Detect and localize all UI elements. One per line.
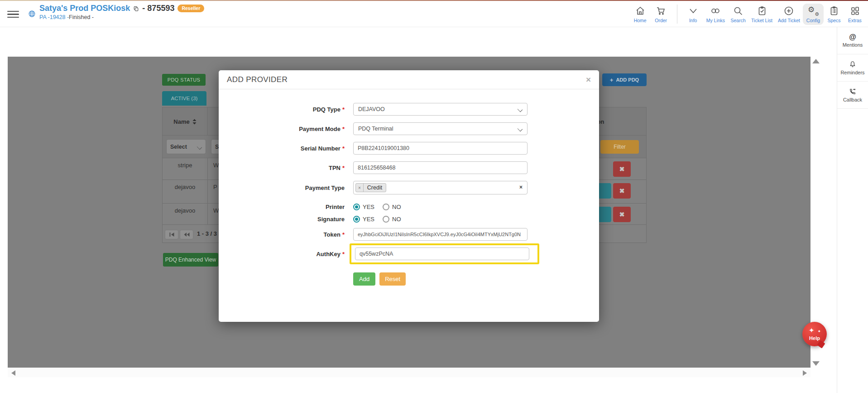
clear-all-icon[interactable]: ×	[519, 184, 523, 190]
printer-yes-radio[interactable]: YES	[353, 204, 374, 210]
sidebar-item-callback[interactable]: Callback	[837, 82, 868, 109]
tpn-input[interactable]	[353, 161, 528, 174]
pdq-status-button[interactable]: PDQ STATUS	[162, 74, 206, 86]
account-number: - 875593	[142, 4, 174, 13]
prev-page-button[interactable]	[180, 230, 193, 239]
delete-row-button[interactable]: ✖	[613, 207, 631, 222]
clipboard-list-icon	[829, 5, 839, 16]
clipboard-check-icon	[757, 5, 767, 16]
scroll-right-arrow[interactable]	[803, 370, 807, 376]
home-icon	[635, 5, 646, 16]
column-header-name[interactable]: Name	[163, 107, 208, 136]
delete-row-button[interactable]: ✖	[613, 183, 631, 199]
help-button[interactable]: ✦ ✦ Help	[802, 322, 827, 346]
scroll-down-arrow[interactable]	[812, 361, 820, 366]
nav-order[interactable]: Order	[651, 4, 671, 25]
account-title-link[interactable]: Satya's Prod POSKiosk	[39, 4, 130, 13]
reset-button[interactable]: Reset	[379, 272, 406, 286]
token-input[interactable]	[353, 228, 528, 241]
status-text: Finished -	[69, 14, 94, 20]
first-page-button[interactable]	[165, 230, 178, 239]
plus-icon: +	[610, 77, 614, 83]
hamburger-menu-icon[interactable]	[7, 9, 19, 18]
sort-icon	[192, 119, 197, 125]
brand-block: Satya's Prod POSKiosk - 875593 Reseller …	[28, 4, 204, 20]
scroll-left-arrow[interactable]	[11, 370, 15, 376]
nav-home[interactable]: Home	[630, 4, 651, 25]
chevron-down-icon	[518, 126, 523, 131]
plus-circle-icon	[783, 5, 794, 16]
phone-callback-icon	[849, 87, 857, 96]
nav-specs[interactable]: Specs	[824, 4, 844, 25]
form-row-printer: Printer YES NO	[228, 204, 590, 210]
signature-yes-radio[interactable]: YES	[353, 216, 374, 223]
authkey-highlight-box	[350, 243, 539, 264]
link-icon	[710, 5, 721, 16]
chevron-down-icon	[197, 145, 202, 149]
pdq-enhanced-view-button[interactable]: PDQ Enhanced View	[163, 253, 218, 267]
mentions-at-icon: @	[849, 34, 856, 41]
top-bar: Satya's Prod POSKiosk - 875593 Reseller …	[0, 0, 868, 27]
add-provider-modal: ADD PROVIDER × PDQ Type* DEJAVOO Payment…	[219, 70, 599, 322]
form-row-signature: Signature YES NO	[228, 216, 590, 223]
form-row-serial-number: Serial Number*	[228, 142, 590, 155]
form-row-token: Token*	[228, 228, 590, 241]
authkey-input[interactable]	[355, 247, 529, 260]
modal-backdrop: PDQ STATUS ACTIVE (3) + ADD PDQ Name Act…	[8, 57, 810, 368]
chevron-down-icon	[688, 5, 699, 16]
modal-header: ADD PROVIDER ×	[219, 70, 599, 89]
tab-active[interactable]: ACTIVE (3)	[162, 91, 206, 106]
nav-info[interactable]: Info	[683, 4, 704, 25]
pdq-type-select[interactable]: DEJAVOO	[353, 103, 528, 116]
sidebar-item-mentions[interactable]: @ Mentions	[837, 27, 868, 54]
nav-my-links[interactable]: My Links	[704, 4, 728, 25]
modal-title: ADD PROVIDER	[227, 75, 288, 84]
payment-mode-select[interactable]: PDQ Terminal	[353, 122, 528, 135]
credit-chip: × Credit	[355, 183, 386, 192]
name-filter-select[interactable]: Select	[166, 139, 206, 154]
gear-icon: ⚙⚙	[808, 5, 819, 16]
nav-extras[interactable]: Extras	[844, 4, 865, 25]
nav-ticket-list[interactable]: Ticket List	[748, 4, 775, 25]
payment-type-multiselect[interactable]: × Credit ×	[353, 181, 528, 194]
nav-search[interactable]: Search	[728, 4, 748, 25]
radio-unchecked-icon	[383, 216, 389, 223]
form-row-tpn: TPN*	[228, 161, 590, 174]
form-row-payment-type: Payment Type × Credit ×	[228, 181, 590, 194]
add-pdq-button[interactable]: + ADD PDQ	[602, 73, 647, 86]
globe-icon	[28, 10, 36, 18]
form-row-payment-mode: Payment Mode* PDQ Terminal	[228, 122, 590, 135]
horizontal-scrollbar[interactable]	[8, 369, 810, 377]
pa-link[interactable]: PA -19428 -	[39, 14, 69, 20]
delete-row-button[interactable]: ✖	[613, 161, 631, 177]
app-root: Satya's Prod POSKiosk - 875593 Reseller …	[0, 0, 868, 393]
radio-unchecked-icon	[383, 204, 389, 210]
cart-icon	[656, 5, 667, 16]
grid-icon	[849, 5, 860, 16]
close-icon[interactable]: ×	[586, 75, 591, 84]
modal-body: PDQ Type* DEJAVOO Payment Mode* PDQ Term…	[219, 89, 599, 286]
printer-no-radio[interactable]: NO	[383, 204, 401, 210]
pagination-info: 1 - 3 / 3	[197, 230, 217, 237]
sidebar-item-reminders[interactable]: Reminders	[837, 54, 868, 82]
search-icon	[733, 5, 743, 16]
signature-no-radio[interactable]: NO	[383, 216, 401, 223]
serial-number-input[interactable]	[353, 142, 528, 155]
nav-add-ticket[interactable]: Add Ticket	[775, 4, 803, 25]
top-nav: Home Order Info	[630, 4, 865, 25]
top-accent-bar	[0, 0, 868, 1]
reseller-badge: Reseller	[177, 5, 204, 12]
scroll-up-arrow[interactable]	[812, 59, 820, 63]
nav-divider	[677, 5, 677, 24]
sparkles-icon: ✦ ✦	[808, 327, 821, 335]
copy-icon[interactable]	[133, 6, 139, 12]
add-button[interactable]: Add	[353, 272, 375, 286]
filter-button[interactable]: Filter	[600, 140, 639, 154]
nav-config[interactable]: ⚙⚙ Config	[803, 4, 824, 25]
chevron-down-icon	[518, 107, 523, 112]
modal-actions: Add Reset	[353, 272, 590, 286]
chip-remove-icon[interactable]: ×	[356, 184, 364, 192]
right-sidebar: @ Mentions Reminders Callback	[837, 27, 868, 393]
form-row-pdq-type: PDQ Type* DEJAVOO	[228, 103, 590, 116]
radio-checked-icon	[353, 204, 360, 210]
